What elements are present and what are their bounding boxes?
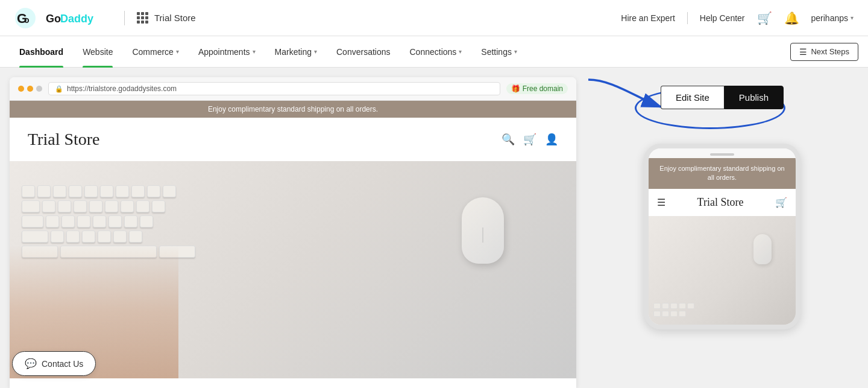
mobile-preview: Enjoy complimentary standard shipping on… [644, 144, 800, 329]
dot-red [18, 86, 24, 92]
site-preview-content: Enjoy complimentary standard shipping on… [10, 101, 576, 386]
list-icon: ☰ [799, 47, 807, 57]
nav-item-marketing[interactable]: Marketing ▾ [265, 36, 327, 68]
shipping-banner: Enjoy complimentary standard shipping on… [10, 101, 576, 118]
mobile-site-title: Trial Store [697, 196, 744, 209]
marketing-chevron-icon: ▾ [314, 48, 317, 55]
site-hero [10, 161, 576, 378]
appointments-chevron-icon: ▾ [253, 48, 256, 55]
dot-green [36, 86, 42, 92]
nav-item-settings[interactable]: Settings ▾ [471, 36, 527, 68]
site-header: Trial Store 🔍 🛒 👤 [10, 118, 576, 161]
svg-text:Daddy: Daddy [60, 13, 93, 25]
hire-expert-link[interactable]: Hire an Expert [621, 13, 675, 23]
nav-item-appointments[interactable]: Appointments ▾ [189, 36, 265, 68]
nav-bar: Dashboard Website Commerce ▾ Appointment… [0, 36, 868, 68]
top-bar-right: Hire an Expert Help Center 🛒 🔔 perihanps… [621, 11, 854, 25]
mobile-cart-icon[interactable]: 🛒 [775, 197, 787, 208]
nav-item-commerce[interactable]: Commerce ▾ [122, 36, 188, 68]
godaddy-wordmark[interactable]: Go Daddy [46, 9, 112, 27]
store-name: Trial Store [154, 13, 196, 23]
divider [687, 12, 688, 24]
settings-chevron-icon: ▾ [514, 48, 517, 55]
publish-button[interactable]: Publish [724, 86, 784, 109]
edit-site-button[interactable]: Edit Site [661, 86, 724, 109]
grid-icon[interactable] [137, 12, 148, 24]
site-title: Trial Store [28, 130, 100, 149]
top-bar: G o Go Daddy Trial Store Hire an Expert … [0, 0, 868, 36]
nav-item-website[interactable]: Website [73, 36, 122, 68]
user-menu[interactable]: perihanps ▾ [811, 13, 854, 23]
browser-url-bar[interactable]: 🔒 https://trialstore.godaddysites.com [48, 82, 500, 95]
top-bar-left: G o Go Daddy Trial Store [14, 7, 196, 29]
free-domain-badge[interactable]: 🎁 Free domain [506, 83, 568, 94]
mobile-shipping-banner: Enjoy complimentary standard shipping on… [649, 158, 796, 189]
chat-icon: 💬 [25, 358, 37, 369]
right-panel: Edit Site Publish Enjoy complimentary st… [576, 68, 868, 388]
shopping-cart-icon[interactable]: 🛒 [523, 133, 536, 146]
browser-dots [18, 86, 42, 92]
help-center-link[interactable]: Help Center [700, 13, 745, 23]
main-content: 🔒 https://trialstore.godaddysites.com 🎁 … [0, 68, 868, 388]
dot-yellow [27, 86, 33, 92]
account-icon[interactable]: 👤 [545, 133, 558, 146]
site-header-icons: 🔍 🛒 👤 [502, 133, 558, 146]
search-icon[interactable]: 🔍 [502, 133, 515, 146]
mobile-notch [710, 153, 734, 156]
mobile-notch-area [649, 148, 796, 158]
desktop-preview: 🔒 https://trialstore.godaddysites.com 🎁 … [10, 77, 576, 388]
mobile-site-header: ☰ Trial Store 🛒 [649, 189, 796, 216]
connections-chevron-icon: ▾ [459, 48, 462, 55]
next-steps-button[interactable]: ☰ Next Steps [790, 43, 858, 61]
nav-item-dashboard[interactable]: Dashboard [10, 36, 73, 68]
url-text: https://trialstore.godaddysites.com [67, 84, 177, 93]
gift-icon: 🎁 [511, 84, 520, 93]
svg-text:o: o [24, 15, 30, 25]
mobile-menu-icon[interactable]: ☰ [657, 197, 665, 208]
nav-item-conversations[interactable]: Conversations [327, 36, 400, 68]
svg-text:Go: Go [46, 13, 61, 25]
lock-icon: 🔒 [55, 85, 63, 93]
cart-icon[interactable]: 🛒 [757, 11, 772, 25]
store-name-section: Trial Store [137, 12, 196, 24]
browser-bar: 🔒 https://trialstore.godaddysites.com 🎁 … [10, 77, 576, 101]
user-chevron-icon: ▾ [851, 14, 854, 21]
notification-icon[interactable]: 🔔 [784, 11, 799, 25]
user-name: perihanps [811, 13, 849, 23]
contact-us-button[interactable]: 💬 Contact Us [12, 351, 96, 376]
logo-divider [124, 11, 125, 25]
logo[interactable]: G o [14, 7, 36, 29]
mobile-hero [649, 216, 796, 325]
nav-item-connections[interactable]: Connections ▾ [400, 36, 472, 68]
commerce-chevron-icon: ▾ [176, 48, 179, 55]
action-buttons: Edit Site Publish [661, 86, 784, 109]
